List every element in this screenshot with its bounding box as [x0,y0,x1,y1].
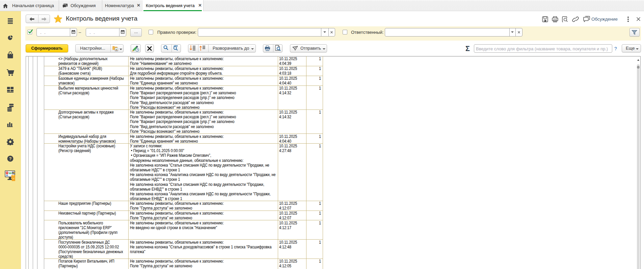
svg-text:?: ? [9,156,12,161]
